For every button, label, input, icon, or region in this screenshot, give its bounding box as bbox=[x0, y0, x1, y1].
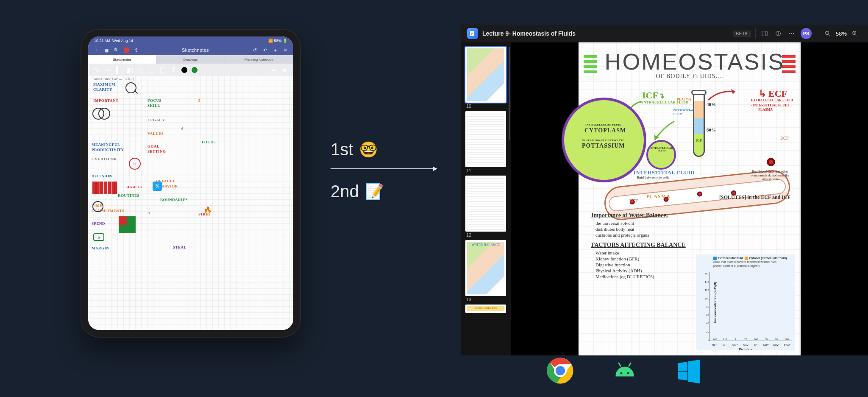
ipad-status-bar: 10:21 AM Wed Aug 14 📶 58% 🔋 bbox=[88, 36, 293, 45]
page-thumbnail[interactable]: WATER BALANCE bbox=[465, 240, 506, 296]
page-thumbnail[interactable] bbox=[465, 47, 506, 103]
page-thumbnail[interactable]: ELECTROLYTES bbox=[465, 305, 506, 313]
share-icon[interactable]: ⇪ bbox=[133, 47, 139, 53]
back-icon[interactable]: ‹ bbox=[93, 47, 99, 53]
no-symbol-icon: ⦸ bbox=[129, 158, 141, 170]
avatar[interactable]: PS bbox=[801, 28, 812, 39]
record-icon[interactable] bbox=[124, 48, 129, 53]
image-icon[interactable]: ☐ bbox=[159, 67, 166, 73]
app-toolbar: Lecture 9- Homeostasis of Fluids BETA ⋯ … bbox=[461, 25, 868, 42]
zoom-out-icon[interactable] bbox=[823, 29, 832, 38]
page-thumbnail[interactable] bbox=[465, 176, 506, 232]
color-black[interactable] bbox=[181, 67, 187, 73]
svg-point-12 bbox=[620, 372, 623, 375]
doc-title[interactable]: Lecture 9- Homeostasis of Fluids bbox=[482, 30, 576, 37]
shapes-icon[interactable]: ◻ bbox=[148, 67, 155, 73]
factor-3: Digestive function bbox=[595, 262, 693, 267]
cell-cyto-top: INTRACELLULAR FLUID bbox=[585, 123, 621, 126]
tab-drawings[interactable]: Drawings bbox=[156, 55, 225, 64]
panels-icon[interactable] bbox=[760, 29, 769, 38]
svg-point-13 bbox=[627, 372, 629, 375]
solutes-chart: Extracellular fluid Cytosol (intracellul… bbox=[696, 254, 795, 350]
arrow-cell bbox=[651, 119, 680, 148]
arrow-icon bbox=[331, 168, 437, 169]
zoom-value[interactable]: 58% bbox=[836, 31, 847, 37]
ipad-doc-title[interactable]: Sketchnotes bbox=[143, 48, 248, 53]
sketchnote-canvas[interactable]: Focus Course Live — 1/23/19 MAXIMUMCLARI… bbox=[88, 76, 293, 330]
factor-1: Water intake bbox=[595, 250, 693, 255]
sketch-word: MARGIN bbox=[92, 246, 109, 250]
scrollbar[interactable] bbox=[509, 47, 510, 140]
ipad-tab-strip: Sketchnotes Drawings Planning Notebook bbox=[88, 55, 293, 64]
sketch-word: CLARITY bbox=[93, 87, 112, 92]
importance-2: distributes body heat bbox=[595, 226, 693, 232]
stroke-dot-icon[interactable]: ● bbox=[281, 67, 288, 73]
magnifier-handle bbox=[134, 90, 138, 94]
highlighter-icon[interactable]: ▍ bbox=[115, 67, 122, 73]
sketch-word: GOAL bbox=[147, 144, 160, 148]
sketch-word: DECISION bbox=[92, 174, 112, 178]
vessel-ecf: ECF bbox=[629, 198, 638, 203]
chart-xlabel: Proteins bbox=[696, 347, 795, 351]
cell-elec: POTTASSIUM bbox=[582, 143, 625, 149]
search-icon[interactable]: 🔍 bbox=[114, 47, 120, 53]
grid-icon[interactable]: ▦ bbox=[103, 47, 109, 53]
zoom-controls: 58% bbox=[821, 29, 862, 38]
factors-heading: FACTORS AFFECTING BALANCE bbox=[591, 242, 693, 249]
venn-icon bbox=[92, 108, 111, 120]
tab-sketchnotes[interactable]: Sketchnotes bbox=[88, 55, 156, 64]
sketch-word: 5 bbox=[198, 98, 200, 103]
page-title: HOMEOSTASIS bbox=[597, 48, 792, 75]
page-thumbnail[interactable] bbox=[465, 111, 506, 167]
transition-labels: 1st 🤓 2nd 📝 bbox=[331, 140, 449, 210]
sync-icon[interactable]: ↺ bbox=[252, 47, 258, 53]
thumb-page-number: 13 bbox=[466, 297, 507, 302]
sketch-word: LEGACY bbox=[147, 118, 165, 122]
thumbnail-rail[interactable]: 101112WATER BALANCE13ELECTROLYTES bbox=[461, 42, 511, 355]
platform-icons bbox=[547, 357, 703, 386]
eraser-icon[interactable]: ◧ bbox=[126, 67, 133, 73]
sketch-word: VALUES bbox=[147, 131, 164, 136]
rbc-large-icon bbox=[767, 158, 775, 166]
sketch-word: MAXIMUM bbox=[93, 82, 115, 87]
ecf-sub: EXTRACELLULAR FLUID bbox=[751, 98, 793, 102]
sketch-word: PRODUCTIVITY bbox=[92, 148, 124, 152]
pen-icon[interactable]: ✎ bbox=[93, 67, 100, 73]
lasso-icon[interactable]: ◌ bbox=[137, 67, 144, 73]
sketch-word: ROUTINES bbox=[118, 193, 139, 198]
sketch-word: SPEND bbox=[92, 221, 105, 226]
page-canvas[interactable]: HOMEOSTASIS OF BODILY FLUIDS.... ICF↴ IN… bbox=[579, 42, 801, 355]
undo-icon[interactable]: ↶ bbox=[262, 47, 268, 53]
tab-planning[interactable]: Planning Notebook bbox=[225, 55, 293, 64]
more-icon[interactable]: ⋯ bbox=[787, 29, 796, 38]
test-tube-top bbox=[691, 90, 707, 95]
svg-rect-5 bbox=[778, 33, 778, 35]
importance-heading: Importance of Water Balance: bbox=[591, 212, 693, 219]
text-icon[interactable]: T bbox=[170, 67, 177, 73]
info-icon[interactable] bbox=[773, 29, 783, 38]
app-icon[interactable] bbox=[467, 28, 478, 39]
close-icon[interactable]: ✕ bbox=[282, 47, 288, 53]
cell-cyto: CYTOPLASM bbox=[584, 127, 626, 134]
stroke-med-icon[interactable]: ━ bbox=[270, 67, 277, 73]
status-time: 10:21 AM bbox=[94, 39, 110, 43]
sketch-word: OVERTHINK bbox=[92, 157, 117, 161]
add-icon[interactable]: ＋ bbox=[272, 47, 278, 53]
first-label: 1st bbox=[331, 140, 353, 159]
test-tube-icon bbox=[693, 93, 705, 157]
pencil-icon[interactable]: ✏ bbox=[104, 67, 111, 73]
money-icon: $ bbox=[93, 233, 104, 241]
stroke-thin-icon[interactable]: ─ bbox=[259, 67, 266, 73]
sketch-word: SKILL bbox=[147, 103, 160, 108]
tube-plasma: PLASMA bbox=[677, 98, 691, 101]
sketch-word: MEANINGFUL bbox=[92, 143, 120, 147]
document-viewport[interactable]: HOMEOSTASIS OF BODILY FLUIDS.... ICF↴ IN… bbox=[511, 42, 868, 355]
color-green[interactable] bbox=[192, 67, 198, 73]
ecf-label: ↳ ECF bbox=[759, 88, 787, 99]
zoom-in-icon[interactable] bbox=[850, 29, 860, 38]
decor-stripes-left bbox=[584, 53, 597, 73]
flame-icon: 🔥 bbox=[203, 206, 212, 214]
tube-icf: ICF bbox=[696, 138, 702, 143]
sketch-word: FOCUS bbox=[147, 98, 161, 103]
calendar-icon bbox=[92, 182, 117, 194]
